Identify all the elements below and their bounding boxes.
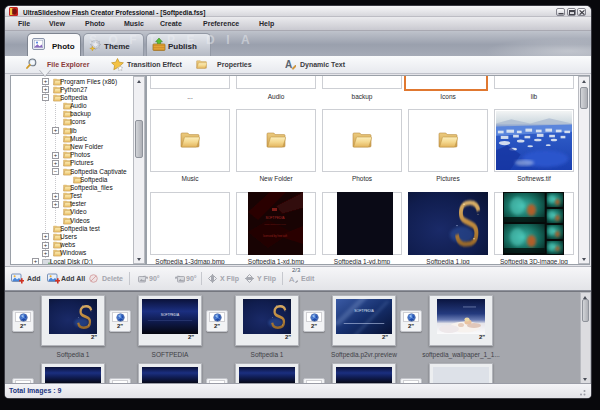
svg-text:A: A bbox=[289, 275, 295, 283]
svg-text:A: A bbox=[285, 59, 292, 70]
